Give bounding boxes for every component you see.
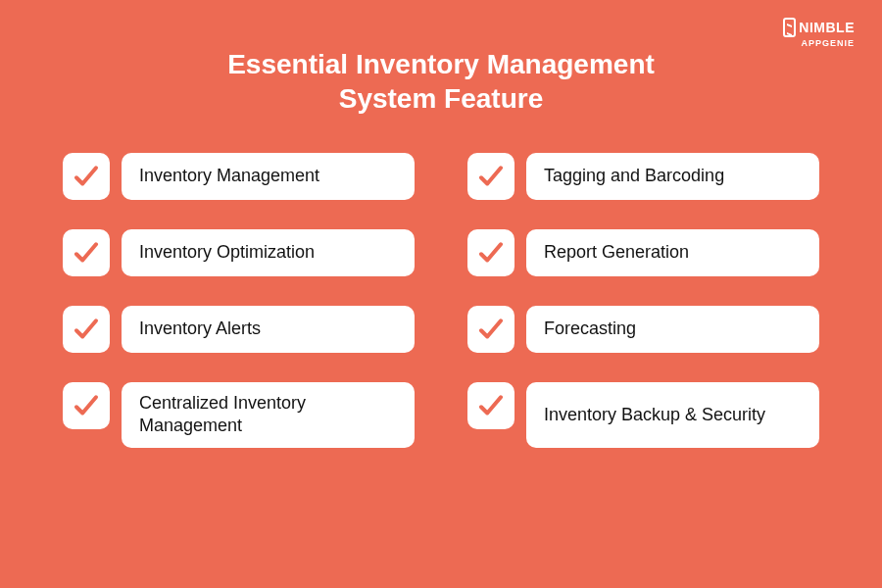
brand-logo: NIMBLE APPGENIE [783, 18, 855, 48]
check-icon [467, 153, 514, 200]
check-icon [467, 382, 514, 429]
check-icon [63, 382, 110, 429]
feature-item: Inventory Backup & Security [467, 382, 819, 448]
feature-grid: Inventory Management Tagging and Barcodi… [0, 153, 882, 448]
feature-label: Inventory Alerts [122, 306, 415, 353]
feature-item: Centralized Inventory Management [63, 382, 415, 448]
check-icon [63, 153, 110, 200]
title-line-2: System Feature [339, 83, 544, 114]
feature-label: Inventory Optimization [122, 229, 415, 276]
page-title: Essential Inventory Management System Fe… [0, 0, 882, 153]
logo-mark-icon [783, 18, 796, 37]
brand-name: NIMBLE [799, 21, 855, 35]
feature-label: Centralized Inventory Management [122, 382, 415, 448]
feature-item: Forecasting [467, 306, 819, 353]
check-icon [63, 306, 110, 353]
feature-label: Report Generation [526, 229, 819, 276]
check-icon [467, 229, 514, 276]
title-line-1: Essential Inventory Management [227, 49, 655, 79]
feature-item: Inventory Alerts [63, 306, 415, 353]
check-icon [467, 306, 514, 353]
feature-item: Inventory Optimization [63, 229, 415, 276]
feature-item: Inventory Management [63, 153, 415, 200]
feature-label: Tagging and Barcoding [526, 153, 819, 200]
feature-label: Inventory Management [122, 153, 415, 200]
feature-label: Inventory Backup & Security [526, 382, 819, 448]
brand-subtitle: APPGENIE [783, 39, 855, 48]
feature-item: Tagging and Barcoding [467, 153, 819, 200]
feature-item: Report Generation [467, 229, 819, 276]
feature-label: Forecasting [526, 306, 819, 353]
check-icon [63, 229, 110, 276]
